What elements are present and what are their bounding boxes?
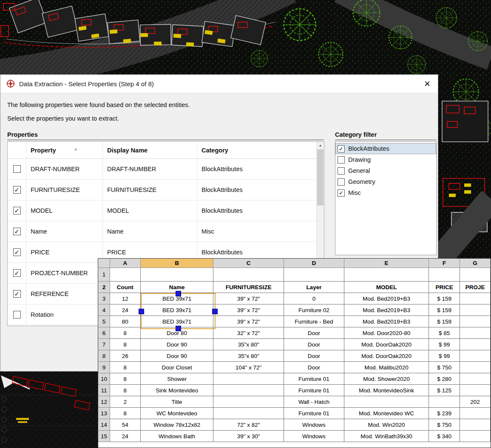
sheet-cell[interactable]: $ 99	[429, 339, 460, 350]
sheet-cell[interactable]: $ 239	[429, 408, 460, 419]
selection-grip-bottom[interactable]	[176, 326, 181, 331]
sheet-cell[interactable]	[460, 408, 491, 419]
category-filter-item[interactable]: General	[335, 165, 436, 176]
sheet-row-header[interactable]: 11	[98, 385, 110, 396]
sheet-cell[interactable]	[213, 396, 284, 408]
sheet-row-header[interactable]: 6	[98, 327, 110, 339]
sheet-cell[interactable]	[460, 373, 491, 385]
sheet-cell[interactable]: Door	[284, 362, 344, 373]
sheet-row-header[interactable]: 13	[98, 408, 110, 419]
sheet-cell[interactable]: MODEL	[344, 282, 429, 293]
sheet-row-header[interactable]: 3	[98, 293, 110, 304]
checkbox-checked-icon[interactable]	[13, 186, 21, 194]
sheet-cell[interactable]: 8	[110, 327, 141, 339]
sheet-cell[interactable]: Door Closet	[141, 362, 214, 373]
sheet-row-header[interactable]: 12	[98, 396, 110, 408]
checkbox-unchecked-icon[interactable]	[13, 165, 21, 173]
sheet-cell[interactable]: BED 39x71	[141, 304, 214, 316]
sheet-cell[interactable]	[460, 419, 491, 431]
sheet-row-header[interactable]: 14	[98, 419, 110, 431]
sheet-cell[interactable]: Shower	[141, 373, 214, 385]
sheet-cell[interactable]: $ 159	[429, 316, 460, 327]
sheet-cell[interactable]: Window 78x12x82	[141, 419, 214, 431]
sheet-cell[interactable]: Mod. Bed2019+B3	[344, 304, 429, 316]
selection-grip-right[interactable]	[212, 309, 218, 314]
sheet-cell[interactable]: Mod. Malibu2020	[344, 362, 429, 373]
category-filter-item[interactable]: BlockAttributes	[335, 143, 436, 154]
sheet-corner-cell[interactable]	[98, 259, 110, 268]
sheet-cell[interactable]: Count	[110, 282, 141, 293]
sheet-cell[interactable]: 8	[110, 408, 141, 419]
sheet-cell[interactable]: WC Montevideo	[141, 408, 214, 419]
checkbox-unchecked-icon[interactable]	[338, 167, 345, 175]
sheet-cell[interactable]	[460, 327, 491, 339]
sheet-cell[interactable]: Furniture 01	[284, 408, 344, 419]
sheet-cell[interactable]: Furniture 01	[284, 385, 344, 396]
sheet-row-header[interactable]: 9	[98, 362, 110, 373]
checkbox-checked-icon[interactable]	[338, 145, 345, 152]
sheet-cell[interactable]: 8	[110, 385, 141, 396]
sheet-cell[interactable]: 104" x 72"	[213, 362, 284, 373]
sheet-cell[interactable]: PRICE	[429, 282, 460, 293]
selection-grip-left[interactable]	[139, 309, 144, 314]
sheet-cell[interactable]: $ 750	[429, 362, 460, 373]
sheet-cell[interactable]: $ 99	[429, 350, 460, 362]
sheet-cell[interactable]: Door	[284, 327, 344, 339]
checkbox-checked-icon[interactable]	[338, 189, 345, 197]
sheet-cell[interactable]: Mod. Shower2020	[344, 373, 429, 385]
sheet-cell[interactable]: 12	[110, 293, 141, 304]
sheet-row-header[interactable]: 8	[98, 350, 110, 362]
sheet-cell[interactable]	[429, 396, 460, 408]
sheet-column-header[interactable]: D	[284, 259, 344, 268]
sheet-cell[interactable]: Windows	[284, 431, 344, 442]
sheet-cell[interactable]: 32" x 72"	[213, 327, 284, 339]
checkbox-checked-icon[interactable]	[13, 207, 21, 214]
sheet-cell[interactable]	[213, 408, 284, 419]
sheet-cell[interactable]: 202	[460, 396, 491, 408]
sheet-cell[interactable]: 39" x 72"	[213, 293, 284, 304]
sheet-row-header[interactable]: 1	[98, 268, 110, 282]
sheet-column-header[interactable]: A	[110, 259, 141, 268]
checkbox-checked-icon[interactable]	[13, 269, 21, 277]
sheet-cell[interactable]	[141, 268, 214, 282]
property-row[interactable]: NameNameMisc	[8, 221, 324, 242]
column-header-category[interactable]: Category	[197, 142, 318, 159]
scroll-up-icon[interactable]: ▲	[317, 142, 324, 149]
sheet-cell[interactable]	[344, 396, 429, 408]
sheet-column-header[interactable]: B	[141, 259, 214, 268]
sheet-cell[interactable]: FURNITURESIZE	[213, 282, 284, 293]
sheet-cell[interactable]	[460, 293, 491, 304]
sheet-cell[interactable]: 35"x 80"	[213, 350, 284, 362]
sheet-cell[interactable]: Mod. Win2020	[344, 419, 429, 431]
sheet-cell[interactable]: Sink Montevideo	[141, 385, 214, 396]
sheet-cell[interactable]: Door	[284, 350, 344, 362]
property-row[interactable]: DRAFT-NUMBERDRAFT-NUMBERBlockAttributes	[8, 159, 324, 180]
checkbox-unchecked-icon[interactable]	[338, 156, 345, 163]
sheet-cell[interactable]	[460, 316, 491, 327]
sheet-cell[interactable]: $ 159	[429, 304, 460, 316]
sheet-column-header[interactable]: G	[460, 259, 491, 268]
sheet-cell[interactable]: 2	[110, 396, 141, 408]
sheet-cell[interactable]: Mod. WinBath39x30	[344, 431, 429, 442]
sheet-cell[interactable]: Furniture 02	[284, 304, 344, 316]
sheet-cell[interactable]: Wall - Hatch	[284, 396, 344, 408]
sheet-row-header[interactable]: 15	[98, 431, 110, 442]
sheet-cell[interactable]	[460, 362, 491, 373]
sheet-cell[interactable]: 35"x 80"	[213, 339, 284, 350]
sheet-row-header[interactable]: 10	[98, 373, 110, 385]
sheet-row-header[interactable]: 2	[98, 282, 110, 293]
sheet-cell[interactable]: $ 125	[429, 385, 460, 396]
sheet-cell[interactable]	[344, 268, 429, 282]
sheet-cell[interactable]	[460, 304, 491, 316]
sheet-cell[interactable]: PROJE	[460, 282, 491, 293]
sheet-cell[interactable]: Layer	[284, 282, 344, 293]
sheet-cell[interactable]: Door 90	[141, 339, 214, 350]
sheet-cell[interactable]	[460, 431, 491, 442]
sheet-column-header[interactable]: F	[429, 259, 460, 268]
sheet-cell[interactable]: Furniture 01	[284, 373, 344, 385]
sheet-cell[interactable]	[460, 350, 491, 362]
sheet-row-header[interactable]: 5	[98, 316, 110, 327]
sheet-cell[interactable]: 8	[110, 373, 141, 385]
sheet-row-header[interactable]: 7	[98, 339, 110, 350]
sheet-cell[interactable]: 8	[110, 339, 141, 350]
